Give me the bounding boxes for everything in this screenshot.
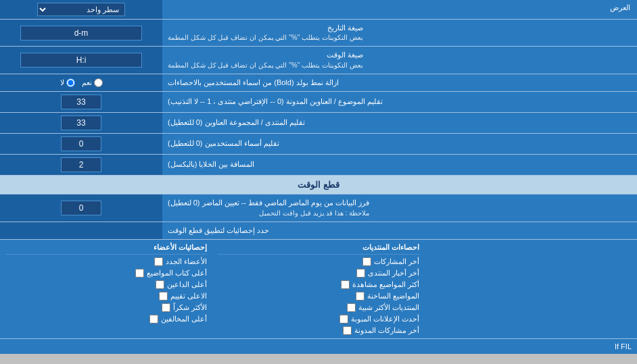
cutoff-label-line2: ملاحظة : هذا قد يزيد قبل واقت التحميل	[168, 209, 369, 218]
col1-item-5-checkbox[interactable]	[339, 315, 348, 323]
username-order-row: تقليم أسماء المستخدمين (0 للتعطيل)	[0, 134, 637, 155]
bold-remove-label-text: ازالة نمط بولد (Bold) من اسماء المستخدمي…	[168, 78, 339, 88]
col2-item-3-checkbox[interactable]	[159, 292, 168, 301]
col1-item-2-label: أكثر المواضيع مشاهدة	[352, 280, 419, 289]
checkbox-col2-item-1[interactable]: أعلى كتاب المواضيع	[5, 269, 207, 278]
col2-item-4-label: الأكثر شكراً	[173, 303, 207, 312]
footer-text: If FIL	[615, 342, 632, 350]
col2-title: إحصائيات الأعضاء	[5, 243, 207, 255]
forum-order-label: تقليم المنتدى / المجموعة العناوين (0 للت…	[162, 113, 637, 133]
col2-item-5-label: أعلى المخالفين	[161, 315, 207, 323]
cutoff-section-header: قطع الوقت	[0, 176, 637, 194]
main-container: العرض سطر واحد سطرين ثلاثة أسطر صيغة الت…	[0, 0, 637, 354]
col2-item-2-checkbox[interactable]	[156, 280, 164, 289]
checkboxes-area: احصاءات المنتديات أخر المشاركات أخر أخبا…	[0, 240, 637, 339]
time-format-input[interactable]	[20, 53, 142, 68]
bold-remove-no-option[interactable]: لا	[60, 78, 75, 87]
col2-item-2-label: أعلى الداعين	[167, 280, 207, 289]
stats-header-text: حدد إحصائيات لتطبيق قطع الوقت	[168, 226, 269, 236]
bold-remove-yes-option[interactable]: نعم	[82, 78, 103, 87]
date-format-label-line2: بعض التكوينات يتطلب "%" التي يمكن ان تضا…	[168, 33, 363, 43]
date-format-input[interactable]	[20, 26, 142, 41]
checkbox-col1-item-3[interactable]: المواضيع الساخنة	[218, 292, 419, 301]
forum-order-input-cell	[0, 113, 162, 133]
col2-item-3-label: الاعلى تقييم	[170, 292, 207, 301]
col1-item-5-label: أحدث الإعلانات المبوبة	[351, 315, 419, 323]
col1-item-2-checkbox[interactable]	[341, 280, 350, 289]
topic-order-row: تقليم الموضوع / العناوين المدونة (0 -- ا…	[0, 92, 637, 113]
col1-item-1-label: أخر أخبار المنتدى	[368, 269, 419, 278]
display-select-cell: سطر واحد سطرين ثلاثة أسطر	[0, 0, 162, 19]
checkbox-col2-item-5[interactable]: أعلى المخالفين	[5, 315, 207, 323]
cutoff-label: فرز البيانات من يوم الماضر الماضي فقط --…	[162, 194, 637, 221]
bold-remove-radio-cell: نعم لا	[0, 74, 162, 91]
date-format-label-line1: صيغة التاريخ	[168, 23, 363, 33]
topic-order-input[interactable]	[61, 95, 101, 109]
forum-order-input[interactable]	[61, 115, 101, 130]
stats-header-empty	[0, 222, 162, 239]
username-order-input-cell	[0, 134, 162, 154]
topic-order-label-text: تقليم الموضوع / العناوين المدونة (0 -- ا…	[168, 97, 383, 107]
checkbox-col2-item-4[interactable]: الأكثر شكراً	[5, 303, 207, 312]
col2-item-5-checkbox[interactable]	[149, 315, 158, 323]
stats-header-label: حدد إحصائيات لتطبيق قطع الوقت	[162, 222, 637, 239]
date-format-input-cell	[0, 20, 162, 46]
topic-order-input-cell	[0, 92, 162, 112]
col2-item-1-label: أعلى كتاب المواضيع	[147, 269, 207, 278]
checkbox-col1-item-6[interactable]: أخر مشاركات المدونة	[218, 326, 419, 335]
username-order-input[interactable]	[61, 136, 101, 151]
forum-order-row: تقليم المنتدى / المجموعة العناوين (0 للت…	[0, 113, 637, 134]
col1-item-0-label: أخر المشاركات	[374, 257, 419, 266]
cutoff-label-line1: فرز البيانات من يوم الماضر الماضي فقط --…	[168, 198, 369, 208]
col1-item-6-label: أخر مشاركات المدونة	[354, 326, 419, 335]
display-label: العرض	[162, 0, 637, 19]
col2-item-1-checkbox[interactable]	[135, 269, 144, 278]
col1-item-3-label: المواضيع الساخنة	[367, 292, 419, 301]
col2-item-4-checkbox[interactable]	[162, 303, 170, 312]
checkbox-col1-item-2[interactable]: أكثر المواضيع مشاهدة	[218, 280, 419, 289]
checkbox-col2-item-2[interactable]: أعلى الداعين	[5, 280, 207, 289]
topic-order-label: تقليم الموضوع / العناوين المدونة (0 -- ا…	[162, 92, 637, 112]
cutoff-row: فرز البيانات من يوم الماضر الماضي فقط --…	[0, 194, 637, 222]
bold-remove-label: ازالة نمط بولد (Bold) من اسماء المستخدمي…	[162, 74, 637, 91]
date-format-label: صيغة التاريخ بعض التكوينات يتطلب "%" الت…	[162, 20, 637, 46]
time-format-row: صيغة الوقت بعض التكوينات يتطلب "%" التي …	[0, 47, 637, 74]
cutoff-input-cell	[0, 194, 162, 221]
checkbox-col2-item-0[interactable]: الأعضاء الجدد	[5, 257, 207, 266]
bold-remove-no-label: لا	[60, 78, 64, 87]
stats-header-row: حدد إحصائيات لتطبيق قطع الوقت	[0, 222, 637, 240]
cutoff-input[interactable]	[61, 201, 101, 215]
checkbox-col1-item-5[interactable]: أحدث الإعلانات المبوبة	[218, 315, 419, 323]
time-format-label-line2: بعض التكوينات يتطلب "%" التي يمكن ان تضا…	[168, 61, 363, 70]
checkbox-label-area	[425, 240, 637, 338]
cell-gap-label: المسافة بين الخلايا (بالبكسل)	[162, 155, 637, 175]
time-format-label: صيغة الوقت بعض التكوينات يتطلب "%" التي …	[162, 47, 637, 73]
checkbox-col1: احصاءات المنتديات أخر المشاركات أخر أخبا…	[212, 240, 425, 338]
col2-item-0-checkbox[interactable]	[154, 257, 163, 266]
footer-text-area: If FIL	[0, 339, 637, 354]
col1-title: احصاءات المنتديات	[218, 243, 419, 255]
display-select[interactable]: سطر واحد سطرين ثلاثة أسطر	[37, 3, 125, 16]
col1-item-6-checkbox[interactable]	[343, 326, 352, 335]
checkbox-col1-item-1[interactable]: أخر أخبار المنتدى	[218, 269, 419, 278]
col1-item-4-checkbox[interactable]	[347, 303, 356, 312]
display-row: العرض سطر واحد سطرين ثلاثة أسطر	[0, 0, 637, 20]
cell-gap-label-text: المسافة بين الخلايا (بالبكسل)	[168, 159, 255, 170]
col1-item-4-label: المنتديات الأكثر شبية	[358, 303, 419, 312]
col1-item-1-checkbox[interactable]	[356, 269, 365, 278]
cell-gap-row: المسافة بين الخلايا (بالبكسل)	[0, 155, 637, 176]
forum-order-label-text: تقليم المنتدى / المجموعة العناوين (0 للت…	[168, 118, 305, 128]
cell-gap-input[interactable]	[61, 157, 101, 172]
bold-remove-row: ازالة نمط بولد (Bold) من اسماء المستخدمي…	[0, 74, 637, 92]
time-format-input-cell	[0, 47, 162, 73]
checkbox-col2-item-3[interactable]: الاعلى تقييم	[5, 292, 207, 301]
checkbox-col1-item-0[interactable]: أخر المشاركات	[218, 257, 419, 266]
col1-item-3-checkbox[interactable]	[356, 292, 364, 301]
checkbox-col1-item-4[interactable]: المنتديات الأكثر شبية	[218, 303, 419, 312]
col1-item-0-checkbox[interactable]	[362, 257, 371, 266]
bold-remove-yes-radio[interactable]	[94, 78, 103, 87]
bold-remove-no-radio[interactable]	[66, 78, 75, 87]
date-format-row: صيغة التاريخ بعض التكوينات يتطلب "%" الت…	[0, 20, 637, 47]
username-order-label: تقليم أسماء المستخدمين (0 للتعطيل)	[162, 134, 637, 154]
bold-remove-yes-label: نعم	[82, 78, 92, 87]
